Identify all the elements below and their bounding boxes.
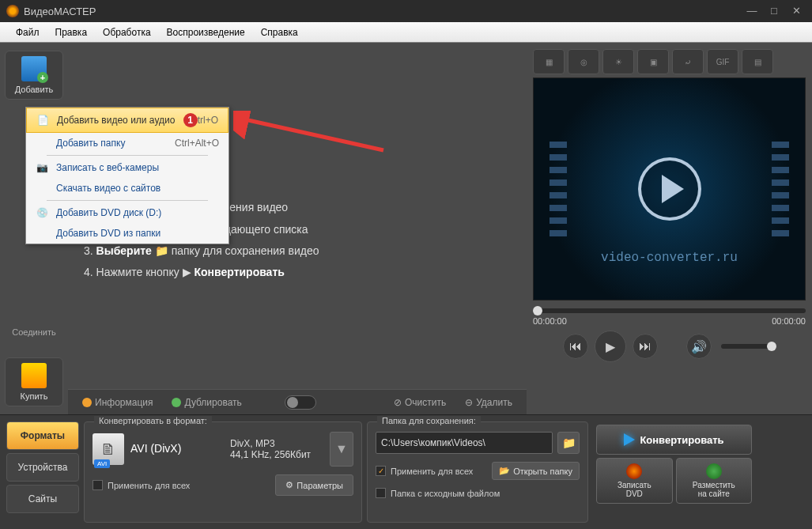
add-dropdown-menu: 📄 Добавить видео или аудио 1 trl+O Добав… — [25, 107, 229, 244]
playback-controls: ⏮ ▶ ⏭ 🔊 — [533, 331, 806, 362]
preview-tools: ▦ ◎ ☀ ▣ ⤾ GIF ▤ — [533, 49, 806, 74]
menu-add-folder[interactable]: Добавить папку Ctrl+Alt+O — [26, 133, 228, 153]
bottom-panel: Форматы Устройства Сайты Конвертировать … — [0, 414, 812, 529]
convert-button[interactable]: Конвертировать — [596, 425, 752, 455]
camera-tool-icon[interactable]: ◎ — [568, 49, 599, 74]
menu-add-dvd-disc[interactable]: 💿 Добавить DVD диск (D:) — [26, 202, 228, 223]
volume-slider[interactable] — [721, 344, 776, 349]
convert-panel: Конвертировать ЗаписатьDVD Разместитьна … — [593, 421, 755, 523]
tab-column: Форматы Устройства Сайты — [6, 421, 79, 523]
parameters-button[interactable]: ⚙ Параметры — [275, 474, 353, 496]
brightness-tool-icon[interactable]: ☀ — [602, 49, 634, 74]
format-dropdown-button[interactable]: ▼ — [330, 432, 353, 467]
folder-panel: Папка для сохранения: 📁 Применить для вс… — [367, 421, 588, 523]
maximize-button[interactable]: □ — [765, 4, 784, 18]
tab-devices[interactable]: Устройства — [6, 453, 79, 482]
duplicate-button[interactable]: Дублировать — [165, 394, 247, 411]
text-tool-icon[interactable]: ▤ — [742, 49, 773, 74]
svg-line-0 — [241, 119, 383, 150]
keep-source-checkbox[interactable] — [376, 488, 386, 498]
list-actions-bar: Информация Дублировать ⊘ Очистить ⊖ Удал… — [68, 389, 527, 414]
add-label: Добавить — [7, 85, 61, 94]
folder-applyall-checkbox[interactable] — [376, 466, 386, 476]
key-icon — [21, 363, 47, 388]
menu-download-sites[interactable]: Скачать видео с сайтов — [26, 178, 228, 198]
add-button[interactable]: Добавить — [5, 51, 63, 100]
menu-file[interactable]: Файл — [8, 24, 47, 41]
tab-sites[interactable]: Сайты — [6, 485, 79, 513]
red-arrow-annotation — [233, 111, 391, 158]
menu-process[interactable]: Обработка — [95, 24, 159, 41]
menu-help[interactable]: Справка — [253, 24, 306, 41]
time-current: 00:00:00 — [533, 316, 567, 326]
badge-1: 1 — [183, 113, 198, 127]
menu-add-dvd-folder[interactable]: Добавить DVD из папки — [26, 223, 228, 244]
clear-button[interactable]: ⊘ Очистить — [387, 394, 452, 411]
menu-play[interactable]: Воспроизведение — [159, 24, 253, 41]
convert-arrow-icon — [624, 433, 635, 446]
format-params: 44,1 KHz, 256Кбит — [230, 449, 323, 460]
open-folder-button[interactable]: 📂 Открыть папку — [492, 462, 580, 480]
gif-tool-icon[interactable]: GIF — [707, 49, 738, 74]
step-4: 4. Нажмите кнопку ▶ Конвертировать — [84, 263, 511, 282]
tab-formats[interactable]: Форматы — [6, 421, 79, 450]
time-total: 00:00:00 — [772, 316, 806, 326]
shortcut-2: Ctrl+Alt+O — [175, 138, 222, 149]
volume-button[interactable]: 🔊 — [686, 334, 712, 359]
dvd-icon: 💿 — [32, 207, 51, 218]
avi-format-icon: 🗎AVI — [93, 433, 124, 465]
keep-source-label: Папка с исходным файлом — [391, 489, 500, 498]
menubar: Файл Правка Обработка Воспроизведение Сп… — [0, 22, 812, 43]
format-codec: DivX, MP3 — [230, 438, 323, 449]
close-button[interactable]: ✕ — [787, 4, 806, 18]
dvd-disc-icon — [626, 463, 642, 479]
prev-button[interactable]: ⏮ — [563, 334, 588, 359]
buy-button[interactable]: Купить — [5, 357, 63, 406]
seek-bar[interactable] — [533, 308, 806, 313]
preview-box[interactable]: video-converter.ru — [533, 77, 806, 300]
preview-column: ▦ ◎ ☀ ▣ ⤾ GIF ▤ video-converter.ru 00:00… — [527, 43, 812, 414]
menu-add-video-audio[interactable]: 📄 Добавить видео или аудио 1 trl+O — [26, 108, 228, 133]
publish-site-button[interactable]: Разместитьна сайте — [676, 458, 753, 504]
watermark-text: video-converter.ru — [601, 251, 738, 265]
folder-title: Папка для сохранения: — [377, 416, 481, 425]
crop-tool-icon[interactable]: ▦ — [533, 49, 565, 74]
buy-label: Купить — [7, 391, 61, 401]
add-file-icon: 📄 — [33, 115, 52, 126]
format-applyall-label: Применить для всех — [108, 481, 190, 490]
format-title: Конвертировать в формат: — [94, 416, 212, 425]
folder-applyall-label: Применить для всех — [391, 467, 473, 476]
app-logo-icon — [6, 5, 19, 17]
toggle-switch[interactable] — [285, 395, 316, 410]
browse-button[interactable]: 📁 — [557, 432, 580, 454]
play-button[interactable]: ▶ — [595, 331, 626, 362]
format-panel: Конвертировать в формат: 🗎AVI AVI (DivX)… — [84, 421, 362, 523]
folder-path-input[interactable] — [376, 432, 553, 454]
speed-tool-icon[interactable]: ⤾ — [672, 49, 704, 74]
info-button[interactable]: Информация — [76, 394, 159, 411]
volume-knob[interactable] — [767, 342, 776, 351]
format-applyall-checkbox[interactable] — [93, 480, 103, 490]
delete-button[interactable]: ⊖ Удалить — [459, 394, 519, 411]
film-tool-icon[interactable]: ▣ — [637, 49, 669, 74]
shortcut-1: trl+O — [198, 115, 221, 126]
info-icon — [82, 398, 92, 407]
minimize-button[interactable]: — — [742, 4, 761, 18]
titlebar: ВидеоМАСТЕР — □ ✕ — [0, 0, 812, 22]
join-button[interactable]: Соединить — [5, 323, 63, 342]
time-row: 00:00:00 00:00:00 — [533, 316, 806, 326]
burn-dvd-button[interactable]: ЗаписатьDVD — [596, 458, 673, 504]
format-name: AVI (DivX) — [130, 442, 224, 455]
duplicate-icon — [172, 398, 181, 407]
menu-record-webcam[interactable]: 📷 Записать с веб-камеры — [26, 157, 228, 178]
filmstrip-icon — [550, 142, 789, 236]
globe-icon — [706, 463, 722, 479]
menu-edit[interactable]: Правка — [47, 24, 96, 41]
webcam-icon: 📷 — [32, 162, 51, 173]
seek-knob[interactable] — [533, 306, 542, 316]
add-video-icon — [21, 56, 47, 81]
app-title: ВидеоМАСТЕР — [24, 6, 96, 17]
next-button[interactable]: ⏭ — [633, 334, 658, 359]
